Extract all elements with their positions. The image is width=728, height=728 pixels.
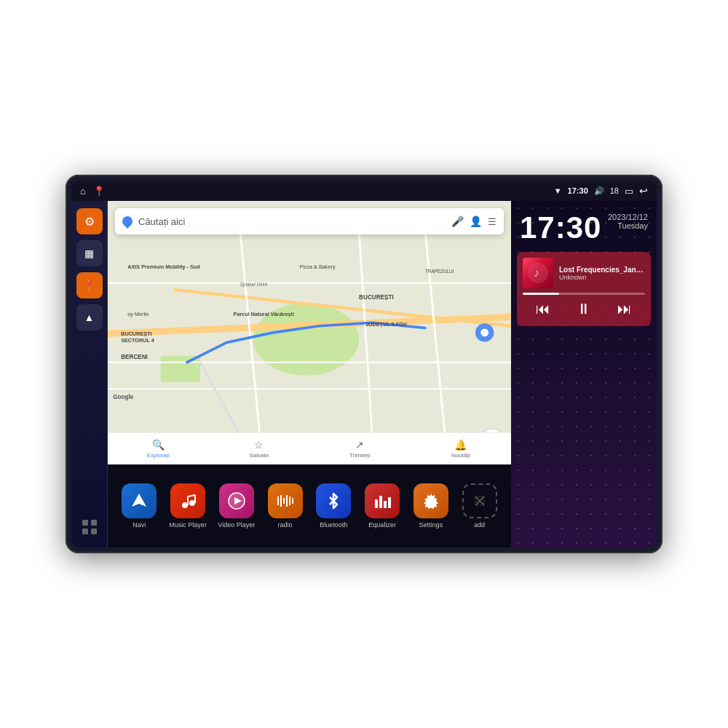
- app-radio[interactable]: radio: [261, 483, 309, 529]
- music-controls: ⏮ ⏸ ⏭: [523, 298, 645, 320]
- music-icon: [178, 491, 198, 511]
- app-equalizer[interactable]: Equalizer: [358, 483, 407, 529]
- sidebar-btn-grid[interactable]: [76, 514, 103, 540]
- app-video-player[interactable]: Video Player: [213, 483, 261, 529]
- prev-track-button[interactable]: ⏮: [530, 298, 556, 320]
- app-navi[interactable]: Navi: [115, 483, 164, 529]
- home-icon[interactable]: ⌂: [80, 186, 86, 197]
- big-clock: 17:30: [520, 213, 601, 243]
- map-nav-news[interactable]: 🔔 Noutăți: [411, 433, 512, 464]
- equalizer-icon-wrap: [365, 483, 400, 518]
- svg-text:BUCUREȘTI: BUCUREȘTI: [359, 294, 394, 301]
- svg-text:Pizza & Bakery: Pizza & Bakery: [299, 264, 336, 270]
- svg-rect-0: [82, 520, 88, 526]
- grid-icon: [82, 519, 98, 535]
- app-grid: Navi Music Pla: [108, 464, 511, 547]
- date-info: 2023/12/12 Tuesday: [608, 213, 648, 230]
- news-icon: 🔔: [454, 439, 467, 451]
- status-left: ⌂ 📍: [80, 186, 105, 197]
- music-artist: Unknown: [559, 274, 645, 281]
- map-svg: AXIS Premium Mobility - Sud Pizza & Bake…: [108, 201, 511, 464]
- next-track-button[interactable]: ⏭: [612, 298, 638, 320]
- volume-icon: 🔊: [594, 186, 604, 196]
- battery-level: 18: [610, 186, 619, 195]
- svg-text:JUDEȚUL ILFOV: JUDEȚUL ILFOV: [365, 321, 407, 328]
- mic-icon[interactable]: 🎤: [451, 215, 464, 227]
- sidebar-btn-nav[interactable]: ▲: [76, 304, 103, 331]
- news-label: Noutăți: [451, 452, 470, 459]
- add-icon-wrap: [462, 483, 497, 518]
- bluetooth-label: Bluetooth: [320, 521, 347, 529]
- map-container[interactable]: AXIS Premium Mobility - Sud Pizza & Bake…: [108, 201, 511, 464]
- map-bottom-nav: 🔍 Explorați ☆ Salvate ↗ Trimiteți: [108, 432, 511, 464]
- center-map-area: AXIS Premium Mobility - Sud Pizza & Bake…: [108, 201, 511, 547]
- send-icon: ↗: [355, 439, 364, 451]
- music-player-label: Music Player: [169, 521, 207, 529]
- svg-point-18: [480, 328, 488, 336]
- svg-rect-45: [375, 499, 378, 508]
- svg-line-35: [188, 495, 195, 496]
- search-placeholder-text: Căutați aici: [138, 216, 446, 227]
- svg-text:TRAPEZULUI: TRAPEZULUI: [425, 269, 454, 274]
- radio-label: radio: [278, 521, 293, 529]
- map-nav-send[interactable]: ↗ Trimiteți: [309, 433, 411, 464]
- music-info: Lost Frequencies_Janie... Unknown: [559, 266, 645, 281]
- back-icon[interactable]: ↩: [639, 185, 648, 197]
- map-search-bar[interactable]: Căutați aici 🎤 👤 ☰: [115, 208, 504, 234]
- svg-rect-47: [384, 501, 387, 508]
- equalizer-label: Equalizer: [368, 521, 396, 529]
- saved-label: Salvate: [249, 452, 269, 459]
- svg-text:BERCENI: BERCENI: [121, 354, 148, 360]
- music-progress-bar[interactable]: [523, 293, 645, 295]
- app-bluetooth[interactable]: Bluetooth: [309, 483, 358, 529]
- menu-icon[interactable]: ☰: [488, 216, 496, 227]
- main-area: ⚙ ▦ 📍 ▲: [71, 201, 657, 547]
- video-player-label: Video Player: [218, 521, 255, 529]
- sidebar-btn-settings[interactable]: ⚙: [76, 208, 103, 234]
- map-nav-explore[interactable]: 🔍 Explorați: [108, 433, 209, 464]
- svg-text:SECTORUL 4: SECTORUL 4: [121, 337, 154, 344]
- battery-icon: ▭: [625, 186, 633, 197]
- sidebar-btn-maps[interactable]: 📍: [76, 272, 103, 298]
- svg-rect-2: [82, 529, 88, 534]
- bluetooth-icon: [323, 491, 344, 511]
- arrow-icon: ▲: [84, 312, 95, 323]
- right-panel: 17:30 2023/12/12 Tuesday ♪: [511, 201, 657, 547]
- clock-section: 17:30 2023/12/12 Tuesday: [511, 201, 657, 249]
- music-top: ♪ Lost Frequencies_Janie... Unknown: [523, 258, 645, 288]
- map-background: AXIS Premium Mobility - Sud Pizza & Bake…: [108, 201, 511, 464]
- location-icon[interactable]: 📍: [93, 186, 105, 197]
- svg-marker-31: [132, 494, 146, 507]
- sidebar-btn-files[interactable]: ▦: [76, 240, 103, 266]
- svg-text:BUCUREȘTI: BUCUREȘTI: [121, 331, 151, 337]
- date-string: 2023/12/12: [608, 213, 648, 221]
- navi-icon-wrap: [122, 483, 157, 518]
- status-time: 17:30: [568, 186, 588, 195]
- pause-button[interactable]: ⏸: [571, 298, 597, 320]
- settings-icon-wrap: [414, 483, 448, 518]
- send-label: Trimiteți: [349, 452, 370, 459]
- equalizer-bars-icon: [372, 491, 392, 511]
- files-icon: ▦: [84, 248, 94, 259]
- app-settings[interactable]: Settings: [407, 483, 456, 529]
- svg-text:oy Merlin: oy Merlin: [127, 311, 149, 317]
- svg-rect-48: [388, 497, 391, 508]
- car-headunit-device: ⌂ 📍 ▼ 17:30 🔊 18 ▭ ↩ ⚙ ▦: [66, 175, 662, 553]
- svg-text:AXIS Premium Mobility - Sud: AXIS Premium Mobility - Sud: [127, 264, 200, 270]
- account-icon[interactable]: 👤: [470, 215, 482, 227]
- left-sidebar: ⚙ ▦ 📍 ▲: [71, 201, 108, 547]
- svg-text:♪: ♪: [534, 266, 539, 279]
- svg-text:Google: Google: [113, 394, 134, 400]
- bluetooth-icon-wrap: [316, 483, 351, 518]
- status-bar: ⌂ 📍 ▼ 17:30 🔊 18 ▭ ↩: [71, 181, 657, 201]
- album-art: ♪: [523, 258, 553, 288]
- map-nav-saved[interactable]: ☆ Salvate: [209, 433, 310, 464]
- day-string: Tuesday: [608, 221, 648, 230]
- video-icon-wrap: [219, 483, 254, 518]
- app-add[interactable]: add: [455, 483, 504, 529]
- wifi-icon: ▼: [554, 186, 562, 195]
- status-right: ▼ 17:30 🔊 18 ▭ ↩: [554, 185, 648, 197]
- music-card: ♪ Lost Frequencies_Janie... Unknown: [517, 252, 651, 326]
- app-music-player[interactable]: Music Player: [164, 483, 213, 529]
- navi-icon: [129, 491, 149, 511]
